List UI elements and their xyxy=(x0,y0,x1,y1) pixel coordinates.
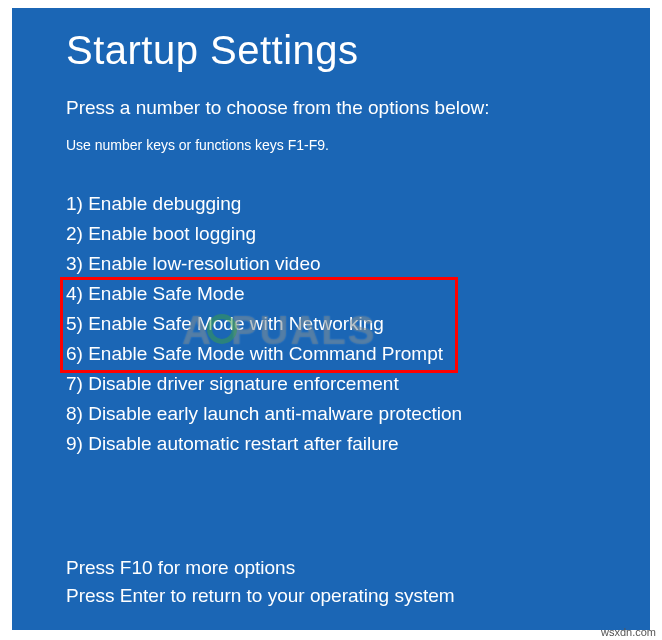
option-5-safe-mode-networking[interactable]: 5) Enable Safe Mode with Networking xyxy=(66,309,612,339)
option-6-safe-mode-cmd[interactable]: 6) Enable Safe Mode with Command Prompt xyxy=(66,339,612,369)
footer-more-options: Press F10 for more options xyxy=(66,554,455,582)
option-9-disable-auto-restart[interactable]: 9) Disable automatic restart after failu… xyxy=(66,429,612,459)
options-list: 1) Enable debugging 2) Enable boot loggi… xyxy=(66,189,612,459)
page-title: Startup Settings xyxy=(66,28,612,73)
option-2-boot-logging[interactable]: 2) Enable boot logging xyxy=(66,219,612,249)
attribution-text: wsxdn.com xyxy=(601,626,656,638)
startup-settings-screen: Startup Settings Press a number to choos… xyxy=(12,8,650,630)
footer-return: Press Enter to return to your operating … xyxy=(66,582,455,610)
option-1-debugging[interactable]: 1) Enable debugging xyxy=(66,189,612,219)
option-8-disable-anti-malware[interactable]: 8) Disable early launch anti-malware pro… xyxy=(66,399,612,429)
instruction-line: Press a number to choose from the option… xyxy=(66,97,612,119)
key-hint: Use number keys or functions keys F1-F9. xyxy=(66,137,612,153)
footer: Press F10 for more options Press Enter t… xyxy=(66,554,455,610)
option-4-safe-mode[interactable]: 4) Enable Safe Mode xyxy=(66,279,612,309)
option-7-disable-driver-sig[interactable]: 7) Disable driver signature enforcement xyxy=(66,369,612,399)
option-3-low-res-video[interactable]: 3) Enable low-resolution video xyxy=(66,249,612,279)
